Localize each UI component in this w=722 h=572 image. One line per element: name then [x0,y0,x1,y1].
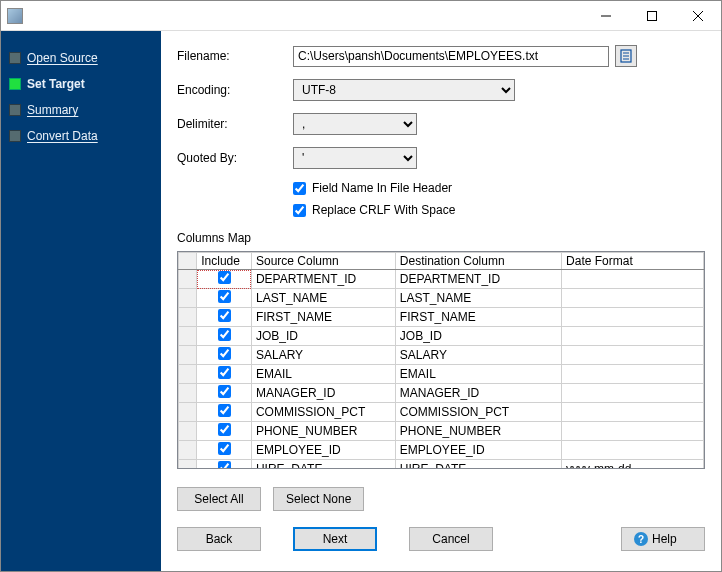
table-row[interactable]: EMPLOYEE_IDEMPLOYEE_ID [179,441,704,460]
include-cell[interactable] [197,384,252,403]
source-cell[interactable]: MANAGER_ID [251,384,395,403]
source-cell[interactable]: LAST_NAME [251,289,395,308]
cancel-button[interactable]: Cancel [409,527,493,551]
include-cell[interactable] [197,346,252,365]
include-cell[interactable] [197,403,252,422]
destination-cell[interactable]: COMMISSION_PCT [395,403,561,422]
row-handle[interactable] [179,365,197,384]
table-row[interactable]: DEPARTMENT_IDDEPARTMENT_ID [179,270,704,289]
include-cell[interactable] [197,365,252,384]
table-row[interactable]: COMMISSION_PCTCOMMISSION_PCT [179,403,704,422]
select-all-button[interactable]: Select All [177,487,261,511]
include-cell[interactable] [197,270,252,289]
table-row[interactable]: HIRE_DATEHIRE_DATEyyyy-mm-dd [179,460,704,470]
browse-file-button[interactable] [615,45,637,67]
nav-item-set-target[interactable]: Set Target [7,71,155,97]
source-cell[interactable]: SALARY [251,346,395,365]
destination-cell[interactable]: PHONE_NUMBER [395,422,561,441]
destination-cell[interactable]: EMAIL [395,365,561,384]
nav-item-convert-data[interactable]: Convert Data [7,123,155,149]
date-format-cell[interactable] [562,270,704,289]
destination-cell[interactable]: EMPLOYEE_ID [395,441,561,460]
include-cell[interactable] [197,460,252,470]
nav-item-summary[interactable]: Summary [7,97,155,123]
row-handle[interactable] [179,308,197,327]
source-cell[interactable]: PHONE_NUMBER [251,422,395,441]
destination-cell[interactable]: FIRST_NAME [395,308,561,327]
include-checkbox[interactable] [218,347,231,360]
table-row[interactable]: SALARYSALARY [179,346,704,365]
date-format-cell[interactable] [562,422,704,441]
row-handle[interactable] [179,327,197,346]
include-checkbox[interactable] [218,404,231,417]
include-cell[interactable] [197,289,252,308]
source-column-header[interactable]: Source Column [251,253,395,270]
row-handle[interactable] [179,384,197,403]
close-button[interactable] [675,1,721,30]
table-row[interactable]: PHONE_NUMBERPHONE_NUMBER [179,422,704,441]
table-row[interactable]: EMAILEMAIL [179,365,704,384]
table-row[interactable]: MANAGER_IDMANAGER_ID [179,384,704,403]
row-handle[interactable] [179,441,197,460]
date-format-cell[interactable] [562,346,704,365]
table-row[interactable]: FIRST_NAMEFIRST_NAME [179,308,704,327]
source-cell[interactable]: EMPLOYEE_ID [251,441,395,460]
include-checkbox[interactable] [218,385,231,398]
back-button[interactable]: Back [177,527,261,551]
include-checkbox[interactable] [218,328,231,341]
quoted-by-select[interactable]: ' [293,147,417,169]
encoding-select[interactable]: UTF-8 [293,79,515,101]
destination-cell[interactable]: HIRE_DATE [395,460,561,470]
include-checkbox[interactable] [218,271,231,284]
date-format-cell[interactable] [562,384,704,403]
source-cell[interactable]: FIRST_NAME [251,308,395,327]
include-cell[interactable] [197,308,252,327]
source-cell[interactable]: COMMISSION_PCT [251,403,395,422]
date-format-cell[interactable] [562,308,704,327]
include-checkbox[interactable] [218,366,231,379]
date-format-cell[interactable] [562,327,704,346]
destination-cell[interactable]: JOB_ID [395,327,561,346]
table-row[interactable]: JOB_IDJOB_ID [179,327,704,346]
include-checkbox[interactable] [218,290,231,303]
row-handle[interactable] [179,346,197,365]
date-format-cell[interactable] [562,289,704,308]
row-handle[interactable] [179,422,197,441]
destination-cell[interactable]: MANAGER_ID [395,384,561,403]
columns-map-table[interactable]: Include Source Column Destination Column… [177,251,705,469]
include-cell[interactable] [197,327,252,346]
destination-cell[interactable]: LAST_NAME [395,289,561,308]
row-handle[interactable] [179,403,197,422]
date-format-cell[interactable]: yyyy-mm-dd [562,460,704,470]
include-cell[interactable] [197,441,252,460]
minimize-button[interactable] [583,1,629,30]
destination-column-header[interactable]: Destination Column [395,253,561,270]
source-cell[interactable]: HIRE_DATE [251,460,395,470]
select-none-button[interactable]: Select None [273,487,364,511]
include-checkbox[interactable] [218,423,231,436]
row-handle[interactable] [179,270,197,289]
destination-cell[interactable]: DEPARTMENT_ID [395,270,561,289]
maximize-button[interactable] [629,1,675,30]
source-cell[interactable]: DEPARTMENT_ID [251,270,395,289]
include-checkbox[interactable] [218,461,231,469]
date-format-cell[interactable] [562,403,704,422]
row-handle[interactable] [179,460,197,470]
table-row[interactable]: LAST_NAMELAST_NAME [179,289,704,308]
row-handle[interactable] [179,289,197,308]
nav-item-open-source[interactable]: Open Source [7,45,155,71]
source-cell[interactable]: EMAIL [251,365,395,384]
date-format-cell[interactable] [562,365,704,384]
source-cell[interactable]: JOB_ID [251,327,395,346]
destination-cell[interactable]: SALARY [395,346,561,365]
include-header[interactable]: Include [197,253,252,270]
delimiter-select[interactable]: , [293,113,417,135]
filename-input[interactable] [293,46,609,67]
date-format-header[interactable]: Date Format [562,253,704,270]
field-name-header-checkbox[interactable] [293,182,306,195]
include-cell[interactable] [197,422,252,441]
include-checkbox[interactable] [218,309,231,322]
next-button[interactable]: Next [293,527,377,551]
include-checkbox[interactable] [218,442,231,455]
help-button[interactable]: ? Help [621,527,705,551]
